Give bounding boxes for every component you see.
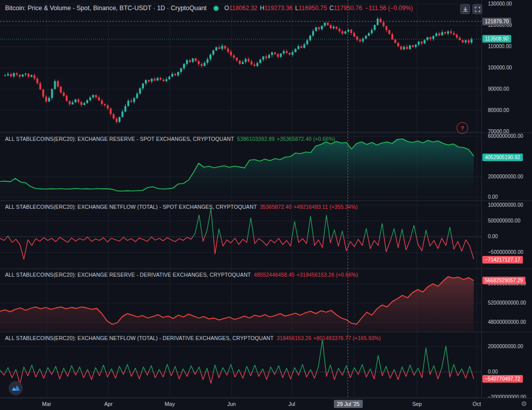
y-axis-label: 100000.00: [488, 65, 512, 70]
y-axis-label: 90000.00: [488, 86, 509, 92]
y-axis-label: 1000000000.00: [488, 202, 523, 208]
chart-title: Bitcoin: Price & Volume - Spot, Binance,…: [5, 5, 207, 12]
panel-change: +801493376.77 (+165.93%): [313, 335, 381, 341]
crosshair-price-badge: 121879.70: [482, 18, 511, 25]
panel-change: +35365872.40 (+0.66%): [277, 136, 335, 142]
panel-legend-spot-reserve: ALL STABLECOINS(ERC20): EXCHANGE RESERVE…: [5, 136, 335, 142]
y-axis-label: 130000.00: [488, 1, 512, 7]
panel-value: 318456153.26: [277, 335, 311, 341]
panel-label: ALL STABLECOINS(ERC20): EXCHANGE RESERVE…: [5, 136, 234, 142]
ohlc-item: L116950.75: [295, 5, 327, 12]
time-axis[interactable]: 29 Jul '25 ⚙ MarAprMayJunJulSepOct: [0, 398, 532, 410]
panel-value: 48552446458.45: [254, 272, 294, 278]
fullscreen-icon[interactable]: [472, 4, 482, 14]
x-axis-label: May: [165, 401, 175, 407]
panel-change: +49216493.11 (+355.34%): [293, 204, 357, 210]
x-axis-label: Jun: [227, 401, 236, 407]
x-axis-label: Apr: [104, 401, 112, 407]
y-axis-label: 6000000000.00: [488, 133, 523, 139]
last-price-badge: 113508.90: [482, 35, 511, 43]
x-axis-label: Jul: [288, 401, 295, 407]
y-axis-label: 48000000000.00: [488, 319, 526, 325]
x-axis-label: Oct: [473, 401, 481, 407]
panel-label: ALL STABLECOINS(ERC20): EXCHANGE RESERVE…: [5, 272, 251, 278]
y-axis-label: 80000.00: [488, 107, 509, 113]
y-axis-label: 0.00: [488, 194, 498, 200]
ohlc-readout: O118062.32H119273.36L116950.75C117950.76: [224, 5, 362, 12]
panel-legend-spot-netflow: ALL STABLECOINS(ERC20): EXCHANGE NETFLOW…: [5, 204, 358, 210]
panel-legend-deriv-reserve: ALL STABLECOINS(ERC20): EXCHANGE RESERVE…: [5, 272, 358, 278]
panel-legend-deriv-netflow: ALL STABLECOINS(ERC20): EXCHANGE NETFLOW…: [5, 335, 381, 341]
price-change: −111.56 (−0.09%): [365, 5, 413, 12]
x-axis-label: Mar: [42, 401, 51, 407]
spot-netflow-badge: −714217127.17: [482, 256, 523, 264]
panel-value: 35365872.40: [260, 204, 291, 210]
download-icon[interactable]: [460, 4, 470, 14]
x-axis-label: Sep: [412, 401, 422, 407]
gear-icon[interactable]: ⚙: [521, 400, 527, 407]
chart-toolbar: [460, 4, 482, 14]
help-icon[interactable]: ?: [457, 122, 468, 134]
spot-reserve-badge: 4052905190.92: [482, 154, 523, 161]
y-axis-label: 2000000000.00: [488, 174, 523, 179]
deriv-netflow-badge: −540770497.72: [482, 375, 523, 383]
ohlc-item: H119273.36: [260, 5, 293, 12]
panel-label: ALL STABLECOINS(ERC20): EXCHANGE NETFLOW…: [5, 204, 257, 210]
cryptoquant-logo-icon: [9, 381, 23, 395]
y-axis-label: 110000.00: [488, 44, 512, 49]
panel-change: +318456153.26 (+0.66%): [296, 272, 358, 278]
y-axis-label: 0.00: [488, 234, 498, 239]
ohlc-item: C117950.76: [329, 5, 362, 12]
y-axis-label: 500000000.00: [488, 218, 520, 223]
y-axis-label: 2000000000.00: [488, 344, 523, 349]
cryptoquant-chart-app: Bitcoin: Price & Volume - Spot, Binance,…: [0, 0, 532, 410]
y-axis-label: 52000000000.00: [488, 300, 526, 306]
deriv-reserve-badge: 56682929057.29: [482, 277, 525, 284]
ohlc-item: O118062.32: [224, 5, 257, 12]
price-axis[interactable]: 130000.00120000.00110000.00100000.009000…: [481, 0, 532, 398]
panel-value: 5386103392.89: [237, 136, 275, 142]
crosshair-date-badge: 29 Jul '25: [334, 400, 363, 408]
y-axis-label: −500000000.00: [488, 249, 523, 255]
panel-label: ALL STABLECOINS(ERC20): EXCHANGE NETFLOW…: [5, 335, 274, 341]
y-axis-label: 0.00: [488, 369, 498, 375]
live-status-icon: [214, 6, 218, 11]
main-chart-legend: Bitcoin: Price & Volume - Spot, Binance,…: [5, 5, 413, 12]
